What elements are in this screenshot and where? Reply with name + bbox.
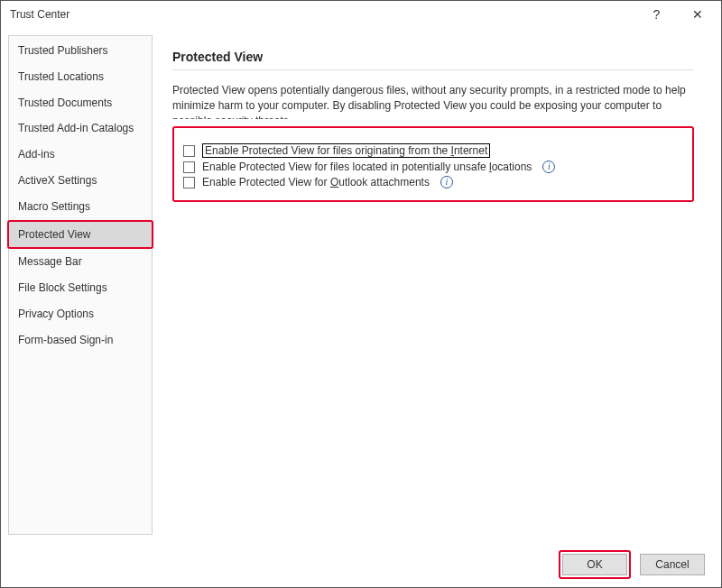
help-icon: ? [653, 7, 661, 22]
checkbox-row-pv-unsafe-locations[interactable]: Enable Protected View for files located … [183, 161, 683, 173]
sidebar-item-message-bar[interactable]: Message Bar [9, 249, 152, 275]
ok-button[interactable]: OK [562, 554, 627, 575]
sidebar-item-privacy-options[interactable]: Privacy Options [9, 301, 152, 327]
window-title: Trust Center [10, 8, 636, 21]
sidebar-item-form-based-signin[interactable]: Form-based Sign-in [9, 327, 152, 354]
sidebar-item-trusted-documents[interactable]: Trusted Documents [9, 90, 152, 116]
checkbox-label: Enable Protected View for files originat… [202, 143, 490, 158]
checkbox[interactable] [183, 177, 195, 188]
sidebar-item-macro-settings[interactable]: Macro Settings [9, 194, 152, 220]
sidebar-item-protected-view[interactable]: Protected View [7, 220, 153, 250]
sidebar-item-activex-settings[interactable]: ActiveX Settings [9, 168, 152, 194]
checkbox-label: Enable Protected View for files located … [202, 161, 532, 173]
titlebar: Trust Center ? ✕ [1, 1, 721, 28]
sidebar: Trusted Publishers Trusted Locations Tru… [8, 35, 153, 535]
cancel-button[interactable]: Cancel [640, 554, 705, 575]
info-icon[interactable]: i [542, 161, 555, 173]
sidebar-item-file-block-settings[interactable]: File Block Settings [9, 275, 152, 301]
section-description: Protected View opens potentially dangero… [172, 83, 694, 119]
trust-center-window: Trust Center ? ✕ Trusted Publishers Trus… [0, 0, 722, 588]
checkbox[interactable] [183, 145, 195, 157]
section-heading: Protected View [172, 50, 694, 70]
footer: OK Cancel [1, 542, 721, 587]
checkbox[interactable] [183, 161, 195, 173]
protected-view-options-group: Enable Protected View for files originat… [172, 126, 694, 202]
info-icon[interactable]: i [440, 176, 453, 188]
sidebar-item-trusted-addin-catalogs[interactable]: Trusted Add-in Catalogs [9, 115, 152, 142]
close-button[interactable]: ✕ [677, 2, 717, 27]
checkbox-row-pv-outlook[interactable]: Enable Protected View for Outlook attach… [183, 176, 683, 188]
checkbox-row-pv-internet[interactable]: Enable Protected View for files originat… [183, 143, 683, 158]
sidebar-item-trusted-publishers[interactable]: Trusted Publishers [9, 38, 152, 64]
main-panel: Protected View Protected View opens pote… [153, 35, 714, 535]
close-icon: ✕ [692, 7, 703, 22]
checkbox-label: Enable Protected View for Outlook attach… [202, 176, 430, 188]
help-button[interactable]: ? [636, 2, 677, 27]
content-area: Trusted Publishers Trusted Locations Tru… [1, 28, 721, 542]
sidebar-item-add-ins[interactable]: Add-ins [9, 142, 152, 168]
sidebar-item-trusted-locations[interactable]: Trusted Locations [9, 64, 152, 90]
